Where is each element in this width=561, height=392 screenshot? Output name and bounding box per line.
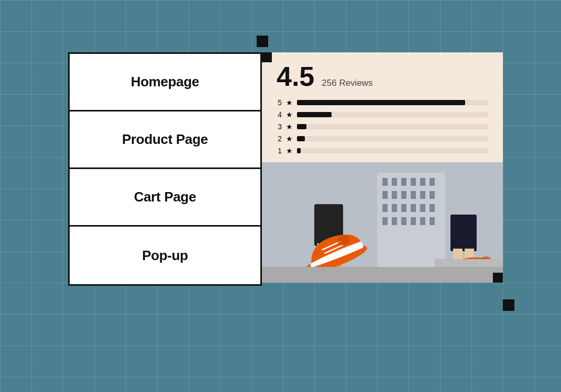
bar-track-5 [297,100,488,105]
product-image [262,162,503,283]
bar-track-2 [297,136,488,141]
svg-rect-4 [401,178,406,186]
nav-item-popup[interactable]: Pop-up [70,227,260,284]
main-container: Homepage Product Page Cart Page Pop-up 4… [68,52,503,286]
svg-rect-17 [411,204,416,212]
svg-rect-29 [450,215,477,251]
svg-rect-9 [392,191,397,199]
svg-rect-6 [420,178,425,186]
rating-header: 4.5 256 Reviews [277,63,488,90]
rating-section: 4.5 256 Reviews 5 ★ 4 ★ [262,52,503,162]
bar-star-2: ★ [286,135,293,143]
bar-fill-5 [297,100,465,105]
review-count: 256 Reviews [322,78,372,88]
bar-track-4 [297,112,488,117]
bar-label-4: 4 [277,110,282,119]
svg-rect-19 [430,204,435,212]
bar-label-1: 1 [277,147,282,155]
svg-rect-14 [382,204,388,212]
svg-rect-5 [411,178,416,186]
svg-rect-22 [401,217,406,225]
nav-item-label: Product Page [122,131,208,148]
bar-star-1: ★ [286,147,293,155]
svg-rect-11 [411,191,416,199]
nav-panel: Homepage Product Page Cart Page Pop-up [68,52,262,286]
rating-score: 4.5 [277,63,314,90]
product-image-background [262,162,503,283]
nav-item-cart-page[interactable]: Cart Page [70,169,260,227]
nav-item-label: Pop-up [142,248,188,264]
svg-rect-25 [430,217,435,225]
corner-square-top [257,36,268,47]
rating-card: 4.5 256 Reviews 5 ★ 4 ★ [262,52,503,283]
sneaker-illustration [262,162,503,283]
bar-label-2: 2 [277,135,282,143]
svg-rect-24 [420,217,425,225]
svg-rect-15 [392,204,397,212]
svg-rect-40 [262,267,503,283]
svg-rect-7 [430,178,435,186]
bar-star-4: ★ [286,110,293,119]
bar-track-3 [297,124,488,129]
svg-rect-18 [420,204,425,212]
nav-item-product-page[interactable]: Product Page [70,111,260,169]
svg-rect-2 [382,178,388,186]
bar-label-5: 5 [277,98,282,107]
bar-star-5: ★ [286,98,293,107]
nav-item-homepage[interactable]: Homepage [70,54,260,111]
bar-fill-2 [297,136,305,141]
svg-rect-21 [392,217,397,225]
svg-rect-20 [382,217,388,225]
corner-square-bottom [503,299,514,311]
card-corner-top-left [262,52,272,62]
svg-rect-13 [430,191,435,199]
bar-row-5: 5 ★ [277,98,488,107]
bar-star-3: ★ [286,122,293,131]
bar-fill-3 [297,124,306,129]
bar-fill-1 [297,148,301,153]
svg-rect-3 [392,178,397,186]
bar-row-2: 2 ★ [277,135,488,143]
bar-label-3: 3 [277,122,282,131]
nav-item-label: Cart Page [134,189,196,205]
svg-rect-16 [401,204,406,212]
bar-track-1 [297,148,488,153]
svg-rect-41 [435,259,503,267]
bar-row-1: 1 ★ [277,147,488,155]
bar-row-3: 3 ★ [277,122,488,131]
nav-item-label: Homepage [131,74,200,90]
card-corner-bottom-right [493,273,503,283]
rating-bars: 5 ★ 4 ★ 3 ★ [277,98,488,155]
svg-rect-23 [411,217,416,225]
svg-rect-8 [382,191,388,199]
bar-row-4: 4 ★ [277,110,488,119]
svg-rect-12 [420,191,425,199]
svg-rect-10 [401,191,406,199]
bar-fill-4 [297,112,332,117]
